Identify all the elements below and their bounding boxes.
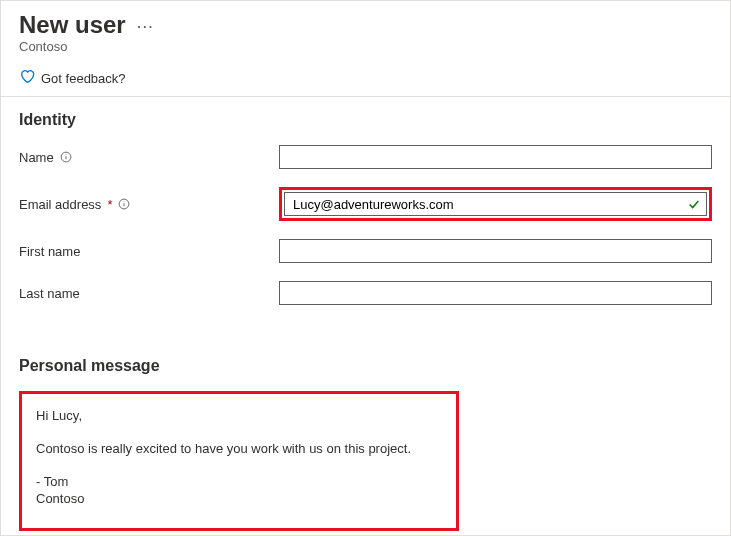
page-title: New user — [19, 11, 126, 39]
info-icon[interactable] — [118, 198, 130, 210]
svg-point-2 — [65, 154, 66, 155]
heart-icon — [19, 68, 35, 88]
last-name-input[interactable] — [279, 281, 712, 305]
required-star-icon: * — [107, 197, 112, 212]
org-subtitle: Contoso — [19, 39, 712, 54]
first-name-label: First name — [19, 244, 279, 259]
email-row: Email address * — [19, 187, 712, 221]
message-line: Contoso — [36, 491, 442, 508]
message-line: Hi Lucy, — [36, 408, 442, 425]
name-row: Name — [19, 145, 712, 169]
info-icon[interactable] — [60, 151, 72, 163]
new-user-panel: New user … Contoso Got feedback? Identit… — [1, 1, 730, 536]
message-line: - Tom — [36, 474, 442, 491]
feedback-link[interactable]: Got feedback? — [19, 68, 712, 88]
email-input-highlight — [279, 187, 712, 221]
feedback-label: Got feedback? — [41, 71, 126, 86]
personal-message-box[interactable]: Hi Lucy, Contoso is really excited to ha… — [19, 391, 459, 531]
identity-heading: Identity — [19, 111, 712, 129]
header: New user … — [19, 11, 712, 39]
personal-message-heading: Personal message — [19, 357, 712, 375]
divider — [1, 96, 730, 97]
message-line: Contoso is really excited to have you wo… — [36, 441, 442, 458]
name-label: Name — [19, 150, 279, 165]
first-name-row: First name — [19, 239, 712, 263]
name-input[interactable] — [279, 145, 712, 169]
email-label: Email address * — [19, 197, 279, 212]
first-name-input[interactable] — [279, 239, 712, 263]
svg-point-5 — [124, 201, 125, 202]
last-name-label: Last name — [19, 286, 279, 301]
email-input[interactable] — [284, 192, 707, 216]
last-name-row: Last name — [19, 281, 712, 305]
more-actions-icon[interactable]: … — [136, 12, 154, 33]
